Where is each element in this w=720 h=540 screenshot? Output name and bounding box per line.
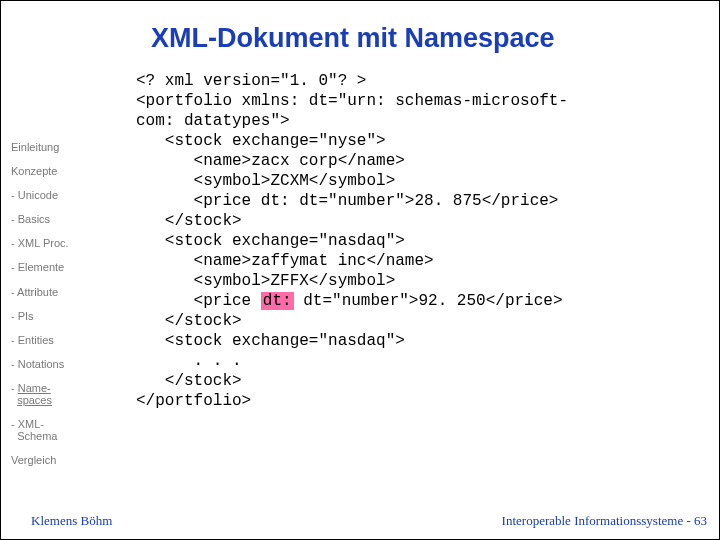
footer-page: Interoperable Informationssysteme - 63 <box>502 513 707 529</box>
code-line: <price dt: dt="number">28. 875</price> <box>136 192 558 210</box>
sidebar-item: Einleitung <box>11 141 101 153</box>
sidebar-item: - Basics <box>11 213 101 225</box>
sidebar-link[interactable]: Name- <box>18 382 51 394</box>
code-line: </stock> <box>136 372 242 390</box>
sidebar-item: Vergleich <box>11 454 101 466</box>
code-line: <name>zacx corp</name> <box>136 152 405 170</box>
code-line: <symbol>ZCXM</symbol> <box>136 172 395 190</box>
footer-author: Klemens Böhm <box>31 513 112 529</box>
sidebar-item-active: - Name- spaces <box>11 382 101 406</box>
sidebar-item: - Unicode <box>11 189 101 201</box>
code-line: </stock> <box>136 312 242 330</box>
sidebar-item: - Elemente <box>11 261 101 273</box>
code-line: <symbol>ZFFX</symbol> <box>136 272 395 290</box>
code-line: </stock> <box>136 212 242 230</box>
sidebar-item: - XML- Schema <box>11 418 101 442</box>
code-line: <name>zaffymat inc</name> <box>136 252 434 270</box>
sidebar-link[interactable]: spaces <box>17 394 52 406</box>
sidebar-text: - XML- <box>11 418 44 430</box>
sidebar-item: - PIs <box>11 310 101 322</box>
code-line: </portfolio> <box>136 392 251 410</box>
code-line: <? xml version="1. 0"? > <box>136 72 366 90</box>
sidebar-item: - Entities <box>11 334 101 346</box>
code-block: <? xml version="1. 0"? > <portfolio xmln… <box>136 71 568 411</box>
sidebar-item: - XML Proc. <box>11 237 101 249</box>
slide: XML-Dokument mit Namespace Einleitung Ko… <box>0 0 720 540</box>
sidebar-item: - Attribute <box>11 286 101 298</box>
code-line: <stock exchange="nasdaq"> <box>136 232 405 250</box>
code-line: <stock exchange="nyse"> <box>136 132 386 150</box>
code-line: <stock exchange="nasdaq"> <box>136 332 405 350</box>
page-title: XML-Dokument mit Namespace <box>151 23 555 54</box>
code-line: <portfolio xmlns: dt="urn: schemas-micro… <box>136 92 568 110</box>
sidebar-text: Schema <box>17 430 57 442</box>
sidebar-prefix: - <box>11 382 18 394</box>
code-line: com: datatypes"> <box>136 112 290 130</box>
sidebar-item: - Notations <box>11 358 101 370</box>
highlight: dt: <box>261 292 294 310</box>
sidebar-item: Konzepte <box>11 165 101 177</box>
sidebar: Einleitung Konzepte - Unicode - Basics -… <box>11 141 101 478</box>
code-line-part: dt="number">92. 250</price> <box>294 292 563 310</box>
code-line: . . . <box>136 352 242 370</box>
code-line-part: <price <box>136 292 261 310</box>
